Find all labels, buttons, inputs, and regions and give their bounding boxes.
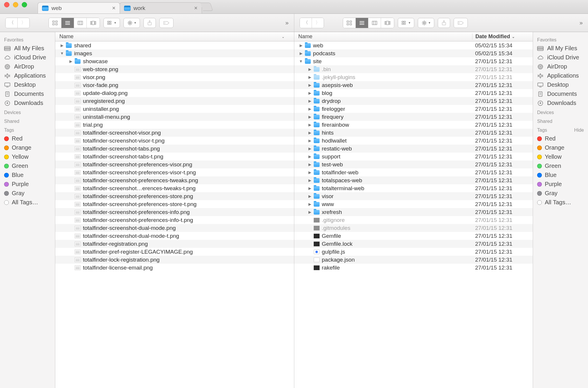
column-date-header[interactable]: Date Modified ⌄ bbox=[472, 34, 527, 40]
list-row[interactable]: ▶test-web27/01/15 12:31 bbox=[294, 160, 533, 168]
list-row[interactable]: gulpfile.js27/01/15 12:31 bbox=[294, 248, 533, 256]
list-row[interactable]: .gitmodules27/01/15 12:31 bbox=[294, 224, 533, 232]
close-tab-icon[interactable]: × bbox=[112, 5, 116, 11]
sidebar-item-airdrop[interactable]: AirDrop bbox=[0, 62, 55, 71]
sidebar-item-files[interactable]: All My Files bbox=[533, 44, 588, 53]
view-icons-button[interactable] bbox=[49, 18, 61, 28]
disclosure-triangle-icon[interactable]: ▶ bbox=[306, 67, 314, 71]
toolbar-overflow-button[interactable] bbox=[579, 19, 583, 26]
sidebar-item-desktop[interactable]: Desktop bbox=[533, 80, 588, 89]
list-row[interactable]: ▶firelogger27/01/15 12:31 bbox=[294, 105, 533, 113]
list-row[interactable]: ▶xrefresh27/01/15 12:31 bbox=[294, 208, 533, 216]
arrange-button[interactable]: ▾ bbox=[103, 18, 120, 28]
list-row[interactable]: ▶drydrop27/01/15 12:31 bbox=[294, 97, 533, 105]
list-row[interactable]: ▶firerainbow27/01/15 12:31 bbox=[294, 121, 533, 129]
toolbar-overflow-button[interactable] bbox=[285, 19, 288, 26]
tag-gray[interactable]: Gray bbox=[0, 189, 55, 198]
disclosure-triangle-icon[interactable]: ▶ bbox=[306, 91, 314, 95]
list-row[interactable]: ▶www27/01/15 12:31 bbox=[294, 200, 533, 208]
forward-button[interactable]: 〉 bbox=[312, 18, 324, 28]
disclosure-triangle-icon[interactable]: ▶ bbox=[306, 210, 314, 214]
disclosure-triangle-icon[interactable]: ▼ bbox=[297, 59, 305, 63]
column-name-header[interactable]: Name bbox=[294, 34, 472, 40]
tab-web[interactable]: web× bbox=[38, 2, 120, 14]
forward-button[interactable]: 〉 bbox=[17, 18, 29, 28]
new-tab-button[interactable] bbox=[200, 3, 213, 11]
view-coverflow-button[interactable] bbox=[381, 18, 394, 28]
close-tab-icon[interactable]: × bbox=[194, 5, 198, 11]
back-button[interactable]: 〈 bbox=[300, 18, 312, 28]
tag-orange[interactable]: Orange bbox=[533, 143, 588, 152]
list-row[interactable]: totalfinder-screenshot-visor-t.png bbox=[55, 137, 294, 145]
zoom-window-button[interactable] bbox=[22, 2, 27, 7]
disclosure-triangle-icon[interactable]: ▶ bbox=[67, 59, 75, 63]
list-row[interactable]: ▶hodlwallet27/01/15 12:31 bbox=[294, 137, 533, 145]
sidebar-item-cloud[interactable]: iCloud Drive bbox=[0, 53, 55, 62]
column-name-header[interactable]: Name ⌄ bbox=[55, 34, 289, 40]
disclosure-triangle-icon[interactable]: ▶ bbox=[306, 194, 314, 198]
list-row[interactable]: Gemfile27/01/15 12:31 bbox=[294, 232, 533, 240]
view-coverflow-button[interactable] bbox=[86, 18, 100, 28]
list-row[interactable]: totalfinder-screenshot-tabs-t.png bbox=[55, 153, 294, 160]
list-row[interactable]: rakefile27/01/15 12:31 bbox=[294, 264, 533, 272]
disclosure-triangle-icon[interactable]: ▶ bbox=[306, 123, 314, 127]
list-row[interactable]: totalfinder-screenshot-visor.png bbox=[55, 129, 294, 137]
sidebar-item-desktop[interactable]: Desktop bbox=[0, 80, 55, 89]
list-row[interactable]: unregistered.png bbox=[55, 97, 294, 105]
list-row[interactable]: totalfinder-screenshot-preferences-tweak… bbox=[55, 176, 294, 184]
minimize-window-button[interactable] bbox=[13, 2, 18, 7]
list-row[interactable]: totalfinder-screenshot-dual-mode-t.png bbox=[55, 232, 294, 240]
list-row[interactable]: totalfinder-screenshot-preferences-info-… bbox=[55, 216, 294, 224]
list-row[interactable]: totalfinder-screenshot-dual-mode.png bbox=[55, 224, 294, 232]
list-row[interactable]: trial.png bbox=[55, 121, 294, 129]
list-row[interactable]: totalfinder-screenshot-preferences-visor… bbox=[55, 168, 294, 176]
list-row[interactable]: ▶support27/01/15 12:31 bbox=[294, 153, 533, 160]
list-row[interactable]: totalfinder-pref-register-LEGACYIMAGE.pn… bbox=[55, 248, 294, 256]
disclosure-triangle-icon[interactable]: ▶ bbox=[306, 154, 314, 159]
tags-button[interactable] bbox=[454, 18, 468, 28]
list-row[interactable]: ▶restatic-web27/01/15 12:31 bbox=[294, 145, 533, 153]
list-row[interactable]: ▼site27/01/15 12:31 bbox=[294, 57, 533, 65]
disclosure-triangle-icon[interactable]: ▶ bbox=[306, 178, 314, 183]
tag-red[interactable]: Red bbox=[533, 134, 588, 143]
disclosure-triangle-icon[interactable]: ▶ bbox=[306, 170, 314, 175]
list-row[interactable]: ▶showcase bbox=[55, 57, 294, 65]
list-row[interactable]: ▶asepsis-web27/01/15 12:31 bbox=[294, 81, 533, 89]
tag-red[interactable]: Red bbox=[0, 134, 55, 143]
tab-work[interactable]: work× bbox=[120, 2, 202, 14]
list-row[interactable]: ▶visor27/01/15 12:31 bbox=[294, 192, 533, 200]
list-row[interactable]: totalfinder-screenshot-preferences-info.… bbox=[55, 208, 294, 216]
disclosure-triangle-icon[interactable]: ▶ bbox=[306, 75, 314, 79]
disclosure-triangle-icon[interactable]: ▶ bbox=[306, 146, 314, 151]
disclosure-triangle-icon[interactable]: ▶ bbox=[306, 115, 314, 119]
view-columns-button[interactable] bbox=[368, 18, 381, 28]
disclosure-triangle-icon[interactable]: ▶ bbox=[306, 202, 314, 206]
disclosure-triangle-icon[interactable]: ▶ bbox=[306, 107, 314, 111]
tag-orange[interactable]: Orange bbox=[0, 143, 55, 152]
view-icons-button[interactable] bbox=[343, 18, 355, 28]
sidebar-item-files[interactable]: All My Files bbox=[0, 44, 55, 53]
column-header-left[interactable]: Name ⌄ bbox=[55, 32, 294, 41]
arrange-button[interactable]: ▾ bbox=[398, 18, 414, 28]
list-row[interactable]: ▶podcasts05/02/15 15:34 bbox=[294, 49, 533, 57]
list-row[interactable]: ▶.jekyll-plugins27/01/15 12:31 bbox=[294, 73, 533, 81]
tag-purple[interactable]: Purple bbox=[0, 180, 55, 189]
disclosure-triangle-icon[interactable]: ▶ bbox=[306, 83, 314, 87]
list-row[interactable]: totalfinder-license-email.png bbox=[55, 264, 294, 272]
disclosure-triangle-icon[interactable]: ▼ bbox=[58, 51, 66, 56]
action-button[interactable]: ▾ bbox=[123, 18, 140, 28]
disclosure-triangle-icon[interactable]: ▶ bbox=[306, 186, 314, 190]
list-row[interactable]: web-store.png bbox=[55, 65, 294, 73]
tags-hide-button[interactable]: Hide bbox=[574, 128, 584, 133]
disclosure-triangle-icon[interactable]: ▶ bbox=[297, 51, 305, 56]
all-tags[interactable]: All Tags… bbox=[0, 198, 55, 207]
list-row[interactable]: uninstall-menu.png bbox=[55, 113, 294, 121]
list-row[interactable]: update-dialog.png bbox=[55, 89, 294, 97]
tag-green[interactable]: Green bbox=[0, 161, 55, 170]
tag-green[interactable]: Green bbox=[533, 161, 588, 170]
disclosure-triangle-icon[interactable]: ▶ bbox=[306, 99, 314, 103]
tag-yellow[interactable]: Yellow bbox=[0, 152, 55, 161]
tag-blue[interactable]: Blue bbox=[0, 170, 55, 180]
list-row[interactable]: ▶totalterminal-web27/01/15 12:31 bbox=[294, 184, 533, 192]
disclosure-triangle-icon[interactable]: ▶ bbox=[306, 131, 314, 135]
